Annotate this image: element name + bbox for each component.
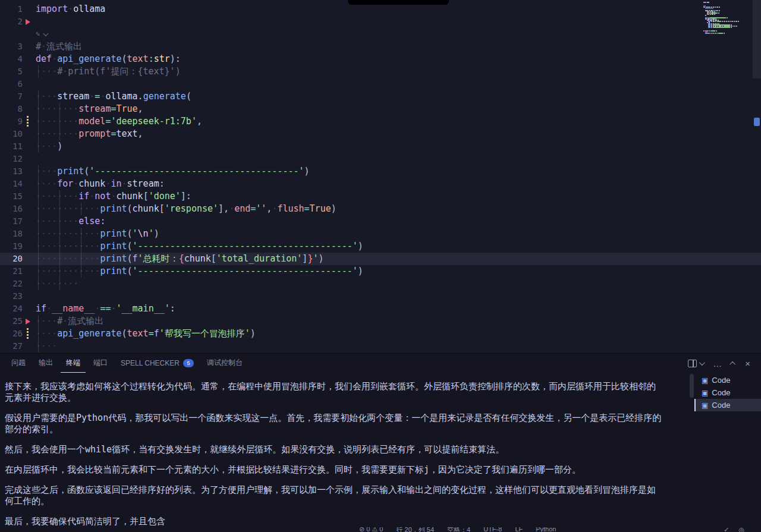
inline-hint-icon[interactable]: ✎ [36, 28, 47, 40]
code-line-15[interactable]: 15········if·not·chunk['done']: [0, 190, 761, 203]
editor-scrollbar[interactable] [753, 0, 761, 353]
line-number[interactable]: 25 [0, 315, 23, 328]
code-line-1[interactable]: 1import·ollama [0, 3, 761, 15]
line-number[interactable]: 8 [0, 103, 23, 115]
line-number[interactable]: 14 [0, 178, 23, 190]
panel-tab-label: 端口 [93, 358, 108, 368]
check-icon[interactable]: ✓ [724, 527, 729, 532]
line-number[interactable]: 20 [0, 253, 23, 265]
code-line-26[interactable]: 26····api_generate(text=f'帮我写一个冒泡排序') [0, 328, 761, 340]
code-line-21[interactable]: 21············print('-------------------… [0, 265, 761, 278]
panel-tab-spell-checker[interactable]: SPELL CHECKER5 [115, 354, 199, 373]
code-line-27[interactable]: 27···· [0, 340, 761, 352]
code-line-12[interactable]: 12 [0, 153, 761, 165]
code-line-17[interactable]: 17········else: [0, 215, 761, 228]
line-number[interactable]: 1 [0, 3, 23, 15]
line-number[interactable]: 26 [0, 328, 23, 340]
code-line-6[interactable]: 6 [0, 78, 761, 90]
line-number[interactable]: 11 [0, 140, 23, 153]
code-line-20[interactable]: 20············print(f'总耗时：{chunk['total_… [0, 253, 761, 265]
indent-guide [38, 203, 39, 215]
code-line-16[interactable]: 16············print(chunk['response'],·e… [0, 203, 761, 215]
status-cursor-position[interactable]: 行 20，列 54 [396, 527, 434, 532]
line-number[interactable]: 24 [0, 303, 23, 315]
code-line-4[interactable]: 4def·api_generate(text:str): [0, 53, 761, 65]
code-line-14[interactable]: 14····for·chunk·in·stream: [0, 178, 761, 190]
line-number[interactable]: 17 [0, 215, 23, 228]
editor-scrollbar-thumb[interactable] [753, 0, 761, 78]
code-editor[interactable]: 1import·ollama2✎3#·流式输出4def·api_generate… [0, 0, 761, 353]
status-language-mode[interactable]: Python [536, 527, 556, 532]
line-number-gap [0, 28, 23, 40]
maximize-panel-icon[interactable] [731, 361, 735, 366]
line-number[interactable]: 22 [0, 278, 23, 290]
status-encoding[interactable]: UTF-8 [483, 527, 502, 532]
line-number[interactable]: 5 [0, 65, 23, 78]
line-number[interactable]: 13 [0, 165, 23, 178]
line-number[interactable]: 16 [0, 203, 23, 215]
minimap[interactable] [703, 2, 751, 39]
line-number[interactable]: 4 [0, 53, 23, 65]
line-number[interactable]: 12 [0, 153, 23, 165]
status-eol[interactable]: LF [515, 527, 523, 532]
code-line-13[interactable]: 13····print('---------------------------… [0, 165, 761, 178]
line-number[interactable]: 2 [0, 15, 23, 28]
code-line-8[interactable]: 8········stream=True, [0, 103, 761, 115]
status-problems[interactable]: ⊘ 0 ⚠ 0 [359, 527, 383, 532]
terminal-instance[interactable]: ▣Code [694, 399, 761, 411]
panel-tab-terminal[interactable]: 终端 [61, 354, 86, 373]
terminal-instance[interactable]: ▣Code [694, 386, 761, 399]
indent-guide [81, 228, 81, 240]
code-text: ····#·流式输出 [36, 315, 761, 328]
line-number[interactable]: 23 [0, 290, 23, 303]
indent-guide [38, 253, 39, 265]
code-line-5[interactable]: 5····#·print(f'提问：{text}') [0, 65, 761, 78]
close-panel-icon[interactable]: × [745, 359, 750, 368]
code-line-22[interactable]: 22········ [0, 278, 761, 290]
panel-tab-ports[interactable]: 端口 [88, 354, 113, 373]
panel-layout-icon[interactable] [688, 360, 703, 367]
indent-guide [81, 203, 81, 215]
bell-icon[interactable]: ◎ [738, 527, 744, 532]
indent-guide [38, 65, 39, 78]
panel-tab-debug-console[interactable]: 调试控制台 [202, 354, 248, 373]
line-number[interactable]: 19 [0, 240, 23, 253]
code-terminal-icon: ▣ [702, 389, 708, 396]
line-number[interactable]: 3 [0, 40, 23, 53]
line-number[interactable]: 27 [0, 340, 23, 352]
indent-guide [59, 278, 60, 290]
line-number[interactable]: 21 [0, 265, 23, 278]
code-line-23[interactable]: 23 [0, 290, 761, 303]
line-number[interactable]: 6 [0, 78, 23, 90]
code-line-7[interactable]: 7····stream·=·ollama.generate( [0, 90, 761, 103]
panel-tab-label: 输出 [39, 358, 53, 368]
gutter-decoration [23, 78, 36, 90]
code-line-25[interactable]: 25····#·流式输出 [0, 315, 761, 328]
code-line-11[interactable]: 11····) [0, 140, 761, 153]
code-line-19[interactable]: 19············print('-------------------… [0, 240, 761, 253]
code-line-24[interactable]: 24if·__name__·==·'__main__': [0, 303, 761, 315]
gutter-decoration [23, 103, 36, 115]
line-number[interactable]: 18 [0, 228, 23, 240]
indent-guide [59, 228, 60, 240]
gutter-decoration [23, 278, 36, 290]
code-line-18[interactable]: 18············print('\n') [0, 228, 761, 240]
panel-tab-output[interactable]: 输出 [33, 354, 58, 373]
code-line-10[interactable]: 10········prompt=text, [0, 128, 761, 140]
panel-tab-problems[interactable]: 问题 [6, 354, 31, 373]
inline-hint-row[interactable]: ✎ [0, 28, 761, 40]
more-actions-icon[interactable]: … [713, 359, 722, 368]
code-line-3[interactable]: 3#·流式输出 [0, 40, 761, 53]
terminal-output[interactable]: 接下来，我应该考虑如何将这个过程转化为代码。通常，在编程中使用冒泡排序时，我们会… [0, 373, 690, 528]
code-line-9[interactable]: 9········model='deepseek-r1:7b', [0, 115, 761, 128]
terminal-instance[interactable]: ▣Code [694, 374, 761, 386]
status-indentation[interactable]: 空格：4 [447, 527, 470, 532]
git-modified-marker [27, 328, 29, 339]
line-number[interactable]: 15 [0, 190, 23, 203]
line-number[interactable]: 7 [0, 90, 23, 103]
terminal-scrollbar[interactable] [690, 374, 694, 398]
line-number[interactable]: 10 [0, 128, 23, 140]
panel-tab-label: 问题 [11, 358, 26, 368]
code-line-2[interactable]: 2 [0, 15, 761, 28]
line-number[interactable]: 9 [0, 115, 23, 128]
